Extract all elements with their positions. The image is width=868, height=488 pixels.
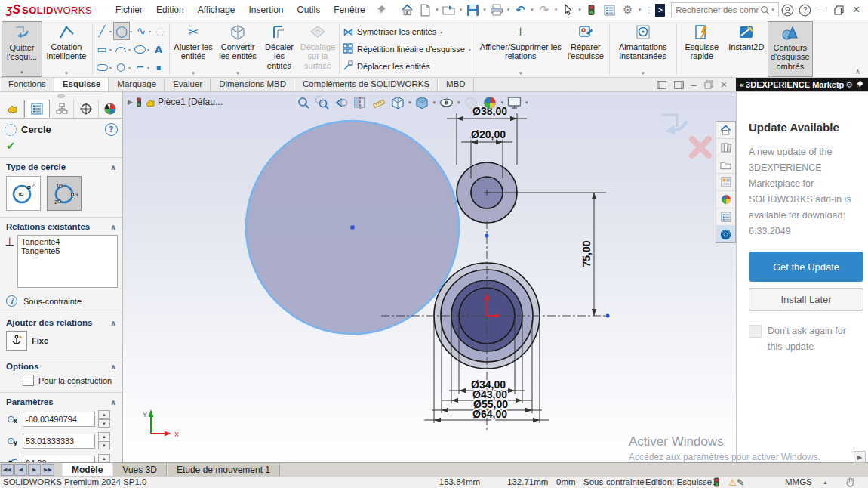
instant-snaps-dropdown-icon[interactable]: ▾ — [642, 70, 645, 76]
previous-view-icon[interactable] — [333, 94, 349, 110]
line-dropdown-icon[interactable]: ▾ — [109, 29, 112, 34]
install-later-button[interactable]: Install Later — [749, 288, 863, 311]
trim-dropdown-icon[interactable]: ▾ — [192, 70, 195, 76]
point-tool[interactable]: ▪ — [151, 59, 166, 76]
arc-dropdown-icon[interactable]: ▾ — [128, 47, 131, 52]
help-icon[interactable]: ? — [796, 1, 814, 19]
menu-fichier[interactable]: Fichier — [109, 5, 149, 15]
exit-sketch-dropdown-icon[interactable]: ▾ — [20, 69, 23, 76]
relation-item[interactable]: Tangente5 — [21, 246, 114, 255]
tab-fonctions[interactable]: Fonctions — [0, 78, 54, 91]
relation-item[interactable]: Tangente4 — [21, 237, 114, 246]
design-library-tab[interactable] — [716, 139, 735, 156]
graphics-viewport[interactable]: Ø38,00 Ø20,00 75,00 — [123, 92, 736, 462]
text-tool[interactable]: A — [151, 41, 166, 57]
print-dropdown-icon[interactable]: ▾ — [507, 7, 510, 13]
convert-dropdown-icon[interactable]: ▾ — [236, 70, 239, 76]
spline-dropdown-icon[interactable]: ▾ — [149, 29, 151, 34]
param-x-input[interactable] — [23, 412, 95, 427]
circle-tool[interactable]: ◯ — [113, 22, 130, 40]
zoom-to-area-icon[interactable] — [314, 94, 330, 110]
view-orientation-icon[interactable] — [389, 94, 405, 110]
param-y-input[interactable] — [23, 434, 95, 449]
zoom-to-fit-icon[interactable] — [295, 94, 311, 110]
section-view-icon[interactable] — [352, 94, 368, 110]
save-dropdown-icon[interactable]: ▾ — [483, 7, 486, 13]
custom-properties-tab[interactable] — [716, 208, 735, 226]
line-tool[interactable]: ╱ — [94, 23, 109, 39]
parameters-section-header[interactable]: Paramètres∧ — [0, 393, 122, 409]
circle-center-point[interactable] — [351, 226, 355, 230]
circle-dropdown-icon[interactable]: ▾ — [130, 29, 132, 34]
fix-relation-button[interactable] — [6, 331, 27, 351]
construction-checkbox[interactable] — [23, 375, 34, 386]
display-style-dropdown-icon[interactable]: ▾ — [433, 100, 436, 106]
arc-tool[interactable] — [113, 41, 128, 57]
options-list-icon[interactable] — [602, 2, 618, 19]
print-button[interactable] — [488, 2, 505, 19]
polygon-tool[interactable]: ⬡ — [113, 59, 128, 76]
rectangle-dropdown-icon[interactable]: ▾ — [109, 47, 112, 52]
appearances-tab[interactable] — [99, 100, 122, 118]
motion-study-tab[interactable]: Etude de mouvement 1 — [167, 463, 280, 476]
dont-ask-checkbox[interactable] — [749, 325, 762, 338]
taskpane-pin-icon[interactable] — [855, 80, 864, 89]
param-radius-input[interactable] — [23, 456, 95, 463]
display-delete-relations-button[interactable]: ⊥ Afficher/Supprimer les relations ▾ — [478, 21, 564, 77]
move-entities-item[interactable]: Déplacer les entités — [343, 59, 472, 75]
param-x-spinner[interactable]: ▲▼ — [98, 410, 110, 428]
units-selector[interactable]: MMGS — [785, 477, 812, 486]
repair-sketch-button[interactable]: Réparer l'esquisse — [564, 21, 608, 77]
select-dropdown-icon[interactable]: ▾ — [578, 7, 581, 13]
measure-icon[interactable] — [371, 94, 386, 110]
options-collapse-icon[interactable]: ∧ — [110, 363, 116, 371]
param-y-spinner[interactable]: ▲▼ — [98, 432, 110, 449]
search-icon[interactable] — [760, 5, 770, 15]
trim-entities-button[interactable]: ✂ Ajuster les entités ▾ — [171, 21, 215, 77]
restore-button[interactable] — [830, 1, 848, 19]
rebuild-traffic-light-icon[interactable] — [583, 2, 600, 19]
taskpane-header[interactable]: « 3DEXPERIENCE Marketp ⚙ — [736, 78, 868, 91]
smart-dimension-button[interactable]: Cotation intelligente ▾ — [42, 21, 91, 77]
spline-tool[interactable]: ∿ — [134, 23, 149, 39]
last-tab-nav-button[interactable]: ▶▶ — [42, 464, 54, 476]
prev-tab-nav-button[interactable]: ◀ — [14, 464, 27, 476]
doc-restore-icon[interactable] — [704, 80, 713, 89]
relations-section-header[interactable]: Relations existantes∧ — [0, 218, 122, 233]
exit-sketch-button[interactable]: Quitter l'esqui... ▾ — [2, 21, 42, 77]
add-relations-section-header[interactable]: Ajouter des relations∧ — [0, 313, 122, 329]
minimize-button[interactable]: – — [814, 1, 831, 19]
pane-right-icon[interactable] — [674, 81, 684, 89]
tab-mbd[interactable]: MBD — [438, 78, 474, 91]
close-button[interactable]: × — [848, 1, 865, 19]
linear-pattern-item[interactable]: Répétition linéaire d'esquisse ▾ — [343, 42, 472, 57]
smart-dimension-dropdown-icon[interactable]: ▾ — [65, 70, 68, 76]
tab-marquage[interactable]: Marquage — [109, 78, 165, 91]
pane-left-icon[interactable] — [657, 81, 666, 89]
options-section-header[interactable]: Options∧ — [0, 357, 122, 373]
feature-tree-flyout[interactable]: ▶ Pièce1 (Défau... — [128, 97, 223, 107]
menu-insertion[interactable]: Insertion — [242, 5, 291, 15]
hide-show-items-icon[interactable] — [439, 94, 454, 110]
sketch-edit-pencil-icon[interactable]: ✎ — [737, 477, 744, 488]
shaded-sketch-contours-button[interactable]: Contours d'esquisse ombrés — [768, 21, 813, 77]
propertymanager-tab[interactable] — [24, 100, 49, 118]
sketch-warning-icon[interactable]: ⚠ — [728, 477, 737, 488]
menu-outils[interactable]: Outils — [291, 5, 328, 15]
circle-type-section-header[interactable]: Type de cercle∧ — [0, 158, 122, 174]
new-dropdown-icon[interactable]: ▾ — [436, 7, 439, 13]
select-cursor-button[interactable] — [559, 2, 576, 19]
instant-snaps-button[interactable]: Aimantations instantanées ▾ — [611, 21, 675, 77]
confirmation-corner[interactable] — [656, 113, 716, 163]
dimxpert-tab[interactable] — [74, 100, 98, 118]
fillet-dropdown-icon[interactable]: ▾ — [147, 65, 149, 70]
command-search-icon[interactable]: > — [655, 4, 665, 17]
polygon-dropdown-icon[interactable]: ▾ — [128, 65, 131, 70]
circle-type-collapse-icon[interactable]: ∧ — [110, 163, 116, 171]
new-document-button[interactable] — [417, 2, 433, 19]
slot-tool[interactable] — [94, 59, 109, 76]
undo-button[interactable]: ↶ — [512, 2, 528, 19]
file-explorer-tab[interactable] — [716, 156, 735, 174]
mirror-entities-item[interactable]: ⋈ Symétriser les entités ▾ — [343, 24, 472, 40]
view-orientation-dropdown-icon[interactable]: ▾ — [408, 100, 411, 106]
